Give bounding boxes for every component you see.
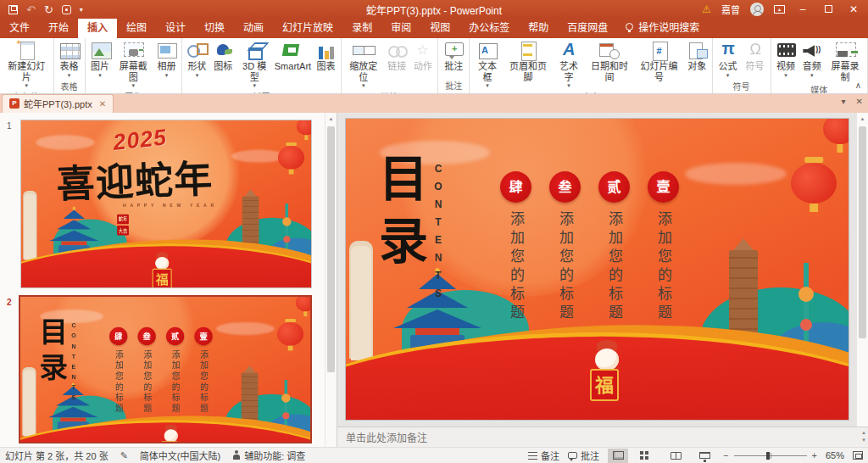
ribbon-tab-办公标签[interactable]: 办公标签: [459, 16, 519, 38]
undo-icon[interactable]: ↶: [26, 4, 36, 15]
ribbon-button-shapes[interactable]: 形状▾: [184, 39, 210, 80]
ribbon-button-pi[interactable]: 公式▾: [715, 39, 742, 80]
ribbon-button-picture[interactable]: 图片▾: [87, 39, 114, 80]
tab-bar-close-icon[interactable]: ✕: [856, 97, 863, 106]
comments-toggle[interactable]: 批注: [568, 449, 599, 462]
contents-item[interactable]: 贰添加您的标题: [166, 327, 184, 441]
ribbon-tab-录制[interactable]: 录制: [342, 16, 381, 38]
thumbnail-scrollbar[interactable]: ▲: [325, 113, 337, 447]
warning-icon[interactable]: ⚠: [702, 3, 711, 15]
contents-item[interactable]: 壹添加您的标题: [648, 171, 679, 368]
ribbon-button-headerfooter[interactable]: 页眉和页脚: [504, 39, 553, 83]
slide-title[interactable]: 目录: [37, 316, 65, 388]
accessibility-status[interactable]: 辅助功能: 调查: [232, 449, 305, 462]
slide-subtitle[interactable]: CONTENTS: [432, 163, 444, 305]
notes-pane[interactable]: 单击此处添加备注 ▲▼: [337, 427, 868, 447]
zoom-level[interactable]: 65%: [826, 450, 844, 460]
ribbon-button-screenshot[interactable]: 屏幕截图▾: [113, 39, 153, 90]
ribbon-tab-动画[interactable]: 动画: [234, 16, 273, 38]
contents-item[interactable]: 壹添加您的标题: [194, 327, 212, 441]
scroll-down-icon[interactable]: ▼: [861, 437, 866, 444]
ribbon-button-comment[interactable]: 批注: [440, 39, 467, 73]
zoom-in-button[interactable]: +: [812, 450, 817, 460]
ribbon-button-icons[interactable]: 图标: [210, 39, 236, 73]
zoom-slider[interactable]: [734, 455, 807, 456]
ribbon-button-table[interactable]: 表格▾: [56, 39, 83, 80]
chevron-down-icon: ▾: [68, 72, 71, 79]
ribbon-tab-帮助[interactable]: 帮助: [519, 16, 558, 38]
redo-icon[interactable]: ↻: [44, 4, 53, 15]
ribbon-tab-审阅[interactable]: 审阅: [381, 16, 420, 38]
avatar[interactable]: [750, 3, 764, 16]
save-icon[interactable]: [8, 5, 18, 14]
ribbon-button-textbox[interactable]: 文本框▾: [471, 39, 503, 90]
slide-counter[interactable]: 幻灯片 第 2 张，共 20 张: [5, 449, 108, 462]
collapse-ribbon-icon[interactable]: ∧: [855, 81, 861, 90]
lantern-art: [297, 120, 311, 135]
minimize-button[interactable]: –: [795, 3, 810, 15]
slideshow-button[interactable]: [694, 449, 715, 463]
document-tab-close-icon[interactable]: ✕: [99, 99, 106, 109]
ribbon-tab-绘图[interactable]: 绘图: [117, 16, 156, 38]
ribbon-button-wordart[interactable]: 艺术字▾: [553, 39, 584, 90]
normal-view-button[interactable]: [608, 449, 628, 463]
document-tab[interactable]: P 蛇年PPT(3).pptx ✕: [2, 94, 114, 113]
maximize-button[interactable]: [821, 3, 836, 15]
language-label[interactable]: 简体中文(中国大陆): [140, 449, 220, 462]
tell-me-search[interactable]: 操作说明搜索: [617, 20, 708, 38]
ribbon-group-符号: 公式▾符号符号: [713, 38, 771, 93]
ribbon-tab-幻灯片放映[interactable]: 幻灯片放映: [273, 16, 342, 38]
ribbon-tab-切换[interactable]: 切换: [195, 16, 234, 38]
contents-item[interactable]: 叁添加您的标题: [137, 327, 155, 441]
ribbon-button-slidenumber[interactable]: 幻灯片编号: [634, 39, 683, 83]
ribbon-tab-设计[interactable]: 设计: [156, 16, 195, 38]
ribbon-button-video[interactable]: 视频▾: [773, 39, 799, 80]
contents-item[interactable]: 肆添加您的标题: [500, 171, 531, 368]
contents-item[interactable]: 贰添加您的标题: [598, 171, 630, 368]
zoom-slider-handle[interactable]: [766, 452, 770, 460]
ribbon-tab-bar: 文件开始插入绘图设计切换动画幻灯片放映录制审阅视图办公标签帮助百度网盘 操作说明…: [0, 19, 868, 38]
ribbon-button-audio[interactable]: 音频▾: [798, 39, 825, 80]
ribbon-tab-开始[interactable]: 开始: [39, 16, 78, 38]
tab-list-dropdown-icon[interactable]: ▾: [842, 97, 846, 106]
ribbon-button-cube[interactable]: 3D 模型▾: [236, 39, 273, 90]
contents-item[interactable]: 肆添加您的标题: [109, 327, 127, 441]
slide-subtitle[interactable]: CONTENTS: [70, 322, 77, 404]
ribbon-button-zoomlink[interactable]: 缩放定位▾: [343, 39, 384, 90]
slide-1-thumbnail[interactable]: 2025 喜迎蛇年 HAPPY NEW YEAR 蛇年 大吉 福: [21, 120, 311, 287]
contents-item[interactable]: 叁添加您的标题: [549, 171, 581, 368]
slide-sorter-view-button[interactable]: [637, 449, 657, 463]
ribbon-display-options-icon[interactable]: ▴: [774, 5, 785, 14]
slide-title[interactable]: 目录: [375, 153, 424, 278]
scroll-up-icon[interactable]: ▲: [857, 113, 868, 125]
editor-scrollbar[interactable]: ▲: [856, 113, 868, 427]
ribbon-tab-视图[interactable]: 视图: [420, 16, 459, 38]
slide-2-thumbnail-art: 福 目录 CONTENTS 肆添加您的标题叁添加您的标题贰添加您的标题壹添加您的…: [20, 297, 310, 442]
scroll-up-icon[interactable]: ▲: [861, 429, 866, 437]
user-name[interactable]: 嘉曾: [721, 3, 740, 16]
current-slide[interactable]: 福 目录 CONTENTS 肆添加您的标题叁添加您的标题贰添加您的标题壹添加您的…: [346, 119, 849, 420]
notes-toggle[interactable]: 备注: [528, 449, 559, 462]
ribbon-button-album[interactable]: 相册▾: [153, 39, 180, 80]
zoom-out-button[interactable]: −: [723, 450, 728, 460]
close-button[interactable]: ✕: [846, 3, 861, 15]
ribbon-button-label: 3D 模型: [239, 61, 270, 82]
ribbon-button-datetime[interactable]: 日期和时间: [585, 39, 634, 83]
datetime-icon: [598, 42, 620, 60]
reading-view-button[interactable]: [665, 449, 686, 463]
ribbon-button-smartart[interactable]: SmartArt: [273, 39, 313, 73]
touch-mode-icon[interactable]: [62, 5, 71, 14]
ribbon-tab-文件[interactable]: 文件: [0, 16, 39, 38]
ribbon-tab-插入[interactable]: 插入: [78, 16, 117, 38]
customize-qat-icon[interactable]: ▾: [80, 6, 83, 14]
ribbon-button-new-slide[interactable]: 新建幻灯片▾: [2, 39, 52, 90]
ribbon-button-chart[interactable]: 图表: [313, 39, 339, 73]
ribbon-button-object[interactable]: 对象: [684, 39, 710, 73]
scroll-up-icon[interactable]: ▲: [326, 113, 337, 125]
ribbon-button-screenrec[interactable]: 屏幕录制: [825, 39, 865, 83]
chevron-down-icon: ▾: [810, 72, 814, 79]
fit-slide-to-window-icon[interactable]: [853, 451, 863, 460]
ribbon-tab-百度网盘[interactable]: 百度网盘: [558, 16, 617, 38]
spellcheck-icon[interactable]: ✎: [120, 450, 128, 461]
slide-2-thumbnail[interactable]: 福 目录 CONTENTS 肆添加您的标题叁添加您的标题贰添加您的标题壹添加您的…: [20, 297, 310, 442]
